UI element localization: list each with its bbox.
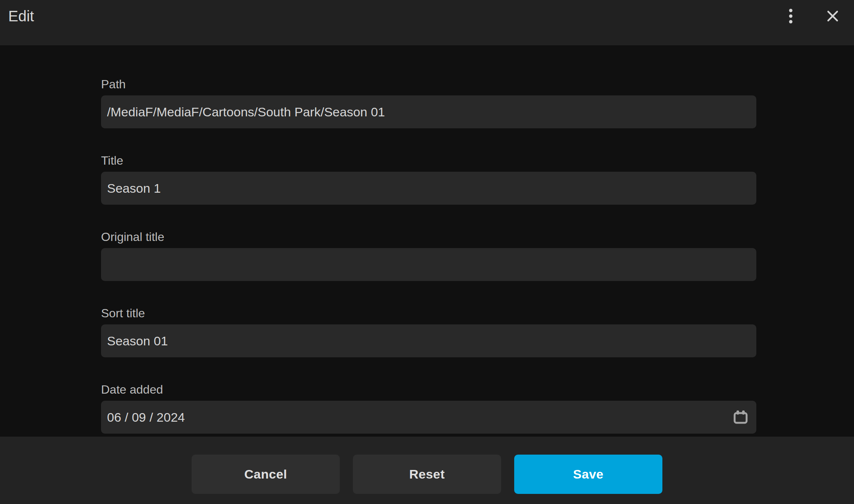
- vertical-ellipsis-icon: [789, 9, 793, 24]
- dialog-footer: Cancel Reset Save: [0, 437, 854, 504]
- title-input[interactable]: [101, 172, 756, 205]
- header-actions: [780, 5, 844, 27]
- reset-button[interactable]: Reset: [353, 455, 501, 494]
- calendar-icon: [733, 409, 748, 425]
- field-sort-title: Sort title: [101, 306, 756, 357]
- edit-form: Path Title Original title Sort title Dat…: [0, 45, 854, 437]
- more-menu-button[interactable]: [780, 5, 802, 27]
- field-title: Title: [101, 153, 756, 205]
- path-label: Path: [101, 77, 756, 92]
- sort-title-label: Sort title: [101, 306, 756, 321]
- original-title-input[interactable]: [101, 248, 756, 281]
- close-icon: [827, 10, 839, 22]
- dialog-title: Edit: [8, 5, 34, 27]
- field-date-added: Date added: [101, 382, 756, 434]
- date-input-wrap: [101, 401, 756, 434]
- field-original-title: Original title: [101, 229, 756, 281]
- date-added-label: Date added: [101, 382, 756, 397]
- date-picker-button[interactable]: [732, 408, 750, 426]
- field-path: Path: [101, 77, 756, 128]
- close-button[interactable]: [821, 5, 844, 27]
- path-input[interactable]: [101, 95, 756, 128]
- save-button[interactable]: Save: [514, 455, 662, 494]
- sort-title-input[interactable]: [101, 324, 756, 357]
- original-title-label: Original title: [101, 229, 756, 244]
- date-added-input[interactable]: [101, 401, 756, 434]
- edit-dialog: Edit Pat: [0, 0, 854, 504]
- title-label: Title: [101, 153, 756, 168]
- dialog-header: Edit: [0, 0, 854, 45]
- cancel-button[interactable]: Cancel: [192, 455, 340, 494]
